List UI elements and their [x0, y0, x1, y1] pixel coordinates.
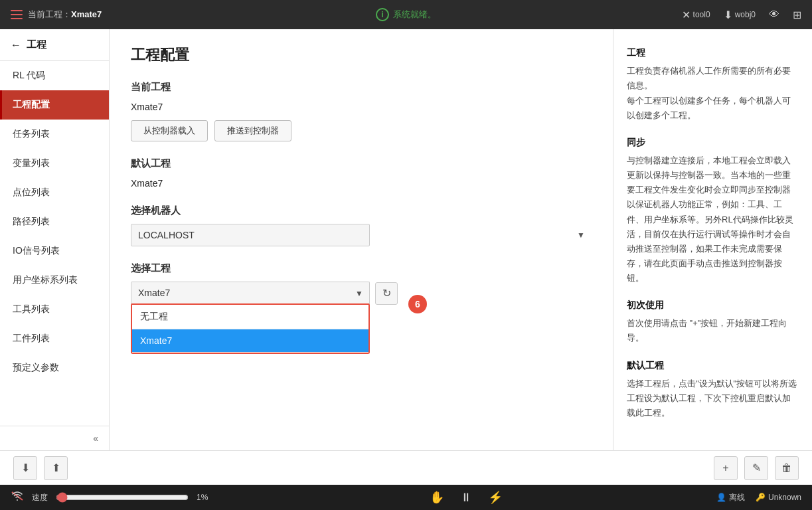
wobj-icon: ⬇ — [724, 9, 732, 21]
sidebar-item-rl-code[interactable]: RL 代码 — [0, 61, 109, 90]
sidebar-item-io-list[interactable]: IO信号列表 — [0, 236, 109, 266]
topbar: 当前工程：Xmate7 i 系统就绪。 ✕ tool0 ⬇ wobj0 👁 ⊞ — [0, 0, 812, 29]
rp-title-sync: 同步 — [627, 135, 799, 149]
offline-icon: 👤 — [716, 493, 726, 502]
robot-select-arrow-icon: ▼ — [577, 230, 585, 240]
dropdown-item-xmate7[interactable]: Xmate7 — [132, 329, 368, 353]
speed-slider[interactable] — [56, 492, 189, 503]
rp-title-project: 工程 — [627, 45, 799, 60]
rp-text-project: 工程负责存储机器人工作所需要的所有必要信息。 每个工程可以创建多个任务，每个机器… — [627, 64, 799, 122]
sidebar-item-project-config[interactable]: 工程配置 — [0, 90, 109, 120]
project-dropdown: 无工程 Xmate7 — [131, 305, 370, 354]
eye-icon: 👁 — [769, 9, 779, 21]
sidebar: ← 工程 RL 代码 工程配置 任务列表 变量列表 点位列表 路径列表 IO信号… — [0, 29, 110, 450]
topbar-right: ✕ tool0 ⬇ wobj0 👁 ⊞ — [669, 9, 801, 21]
eye-button[interactable]: 👁 — [769, 9, 779, 21]
project-select-input[interactable]: Xmate7 — [131, 282, 370, 305]
rp-text-default-project: 选择工程后，点击"设为默认"按钮可以将所选工程设为默认工程，下次下控机重启默认加… — [627, 377, 799, 420]
current-project-title: 当前工程 — [131, 81, 592, 94]
pause-icon[interactable]: ⏸ — [460, 491, 472, 505]
rp-title-default-project: 默认工程 — [627, 358, 799, 373]
default-project-name: Xmate7 — [131, 178, 592, 189]
back-button[interactable]: ← — [11, 39, 21, 51]
select-robot-section: 选择机器人 LOCALHOST ▼ — [131, 205, 592, 246]
status-right: 👤 离线 🔑 Unknown — [716, 492, 801, 503]
edit-button[interactable]: ✎ — [744, 456, 768, 480]
grid-icon: ⊞ — [793, 9, 801, 21]
sidebar-nav: RL 代码 工程配置 任务列表 变量列表 点位列表 路径列表 IO信号列表 用户… — [0, 61, 109, 426]
project-action-buttons: 从控制器载入 推送到控制器 — [131, 120, 592, 141]
upload-button[interactable]: ⬆ — [44, 456, 68, 480]
rp-section-default-project: 默认工程 选择工程后，点击"设为默认"按钮可以将所选工程设为默认工程，下次下控机… — [627, 358, 799, 421]
rp-section-first-use: 初次使用 首次使用请点击 "+"按钮，开始新建工程向导。 — [627, 298, 799, 346]
speed-label: 速度 — [32, 492, 48, 503]
dropdown-item-no-project[interactable]: 无工程 — [132, 305, 368, 329]
topbar-center: i 系统就绪。 — [143, 8, 669, 21]
sidebar-item-file-list[interactable]: 工件列表 — [0, 324, 109, 353]
robot-select-wrapper: LOCALHOST ▼ — [131, 224, 592, 246]
offline-indicator: 👤 离线 — [716, 492, 745, 503]
sidebar-item-point-list[interactable]: 点位列表 — [0, 178, 109, 207]
sidebar-item-tool-list[interactable]: 工具列表 — [0, 295, 109, 324]
default-project-section: 默认工程 Xmate7 — [131, 157, 592, 189]
tool-icon: ✕ — [682, 9, 690, 21]
default-project-title: 默认工程 — [131, 157, 592, 170]
sidebar-item-preset-params[interactable]: 预定义参数 — [0, 353, 109, 382]
unknown-label: Unknown — [768, 493, 801, 502]
menu-icon[interactable] — [11, 10, 23, 19]
right-panel: 工程 工程负责存储机器人工作所需要的所有必要信息。 每个工程可以创建多个任务，每… — [613, 29, 812, 450]
main-area: ← 工程 RL 代码 工程配置 任务列表 变量列表 点位列表 路径列表 IO信号… — [0, 29, 812, 450]
load-from-controller-button[interactable]: 从控制器载入 — [131, 120, 208, 141]
status-center: ✋ ⏸ ⚡ — [224, 490, 708, 505]
project-input-wrapper: Xmate7 ▼ — [131, 282, 370, 305]
status-info-icon: i — [376, 8, 389, 21]
current-project-label: 当前工程：Xmate7 — [28, 9, 102, 21]
wifi-icon — [11, 491, 24, 504]
current-project-section: 当前工程 Xmate7 从控制器载入 推送到控制器 — [131, 81, 592, 141]
bottom-toolbar: ⬇ ⬆ + ✎ 🗑 — [0, 450, 812, 485]
select-project-label: 选择工程 — [131, 262, 592, 275]
rp-text-sync: 与控制器建立连接后，本地工程会立即载入更新以保持与控制器一致。当本地的一些重要工… — [627, 153, 799, 286]
rp-title-first-use: 初次使用 — [627, 298, 799, 312]
current-project-name: Xmate7 — [131, 102, 592, 112]
bolt-icon[interactable]: ⚡ — [488, 490, 503, 505]
sidebar-item-var-list[interactable]: 变量列表 — [0, 149, 109, 178]
project-select-arrow-icon: ▼ — [355, 289, 363, 298]
badge-6: 6 — [408, 295, 427, 313]
bottom-right-buttons: + ✎ 🗑 — [714, 456, 799, 480]
rp-section-project: 工程 工程负责存储机器人工作所需要的所有必要信息。 每个工程可以创建多个任务，每… — [627, 45, 799, 123]
sidebar-item-path-list[interactable]: 路径列表 — [0, 207, 109, 236]
grid-button[interactable]: ⊞ — [793, 9, 801, 21]
robot-select[interactable]: LOCALHOST — [131, 224, 370, 246]
select-project-section: 选择工程 Xmate7 ▼ ↻ 6 无工程 Xmate7 — [131, 262, 592, 354]
push-to-controller-button[interactable]: 推送到控制器 — [214, 120, 291, 141]
unknown-icon: 🔑 — [756, 493, 766, 502]
offline-label: 离线 — [729, 492, 745, 503]
sidebar-header: ← 工程 — [0, 29, 109, 61]
hand-icon[interactable]: ✋ — [430, 490, 444, 505]
delete-button[interactable]: 🗑 — [775, 456, 799, 480]
wobj-indicator[interactable]: ⬇ wobj0 — [724, 9, 756, 21]
rp-text-first-use: 首次使用请点击 "+"按钮，开始新建工程向导。 — [627, 316, 799, 345]
topbar-left: 当前工程：Xmate7 — [11, 9, 143, 21]
statusbar: 速度 1% ✋ ⏸ ⚡ 👤 离线 🔑 Unknown — [0, 485, 812, 510]
content-main: 工程配置 当前工程 Xmate7 从控制器载入 推送到控制器 默认工程 Xmat… — [110, 29, 613, 450]
sidebar-title: 工程 — [27, 39, 46, 51]
content: 工程配置 当前工程 Xmate7 从控制器载入 推送到控制器 默认工程 Xmat… — [110, 29, 812, 450]
add-button[interactable]: + — [714, 456, 738, 480]
page-title: 工程配置 — [131, 45, 592, 65]
tool-indicator[interactable]: ✕ tool0 — [682, 9, 710, 21]
status-text: 系统就绪。 — [393, 9, 436, 21]
sidebar-item-coord-list[interactable]: 用户坐标系列表 — [0, 266, 109, 295]
refresh-button[interactable]: ↻ — [375, 282, 398, 305]
sidebar-collapse-button[interactable]: « — [0, 426, 109, 450]
select-robot-label: 选择机器人 — [131, 205, 592, 217]
sidebar-item-task-list[interactable]: 任务列表 — [0, 120, 109, 149]
unknown-indicator: 🔑 Unknown — [756, 493, 801, 502]
download-button[interactable]: ⬇ — [13, 456, 37, 480]
rp-section-sync: 同步 与控制器建立连接后，本地工程会立即载入更新以保持与控制器一致。当本地的一些… — [627, 135, 799, 286]
project-select-row: Xmate7 ▼ ↻ 6 — [131, 282, 592, 305]
speed-value: 1% — [197, 493, 216, 502]
